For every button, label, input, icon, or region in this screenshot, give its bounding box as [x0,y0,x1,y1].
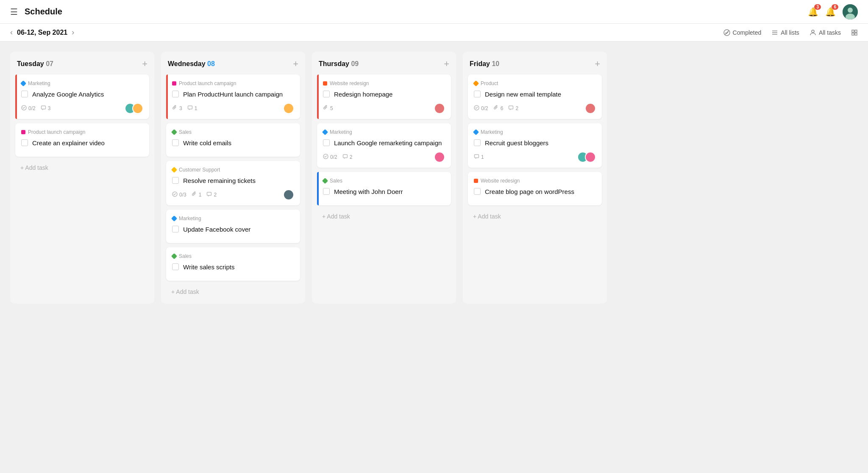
card-category: Product launch campaign [172,80,294,86]
svg-rect-12 [855,33,857,35]
header: ☰ Schedule 🔔 3 🔔 6 [0,0,868,24]
svg-point-1 [848,8,853,13]
card-avatars [585,103,596,114]
category-label: Product launch campaign [179,80,236,86]
card-title-row: Plan ProductHunt launch campaign [172,90,294,99]
column-add-button[interactable]: + [444,58,449,69]
meta-value: 5 [330,105,333,111]
task-card: Marketing Recruit guest bloggers 1 [468,123,602,168]
meta-item: 5 [323,105,333,112]
meta-value: 3 [48,105,51,111]
category-label: Sales [179,253,192,259]
category-label: Sales [179,129,192,135]
all-lists-filter[interactable]: All lists [771,29,799,36]
mini-avatar [434,103,445,114]
card-meta: 0/3 1 2 [172,191,217,198]
task-card: Sales Meeting with John Doerr [317,172,451,205]
card-avatars [434,152,445,163]
card-meta: 3 1 [172,105,197,112]
card-avatars [283,189,294,200]
task-checkbox[interactable] [172,263,179,270]
column-title: Thursday 09 [319,60,359,68]
task-title: Create an explainer video [32,138,105,147]
task-checkbox[interactable] [172,226,179,232]
meta-item: 0/2 [21,105,36,112]
column-title: Tuesday 07 [17,60,53,68]
user-avatar[interactable] [843,4,858,19]
toolbar-filters: Completed All lists All tasks [723,29,858,36]
column-thursday: Thursday 09 + Website redesign Redesign … [312,52,456,304]
add-task-button[interactable]: + Add task [468,210,602,223]
task-checkbox[interactable] [474,91,481,97]
task-checkbox[interactable] [474,188,481,195]
person-icon [810,29,816,36]
card-avatars [434,103,445,114]
column-header: Thursday 09 + [312,52,456,75]
card-avatars [577,152,596,163]
add-task-button[interactable]: + Add task [166,285,300,299]
task-checkbox[interactable] [323,91,330,97]
card-title-row: Write cold emails [172,138,294,147]
notification-bell-1[interactable]: 🔔 3 [808,7,818,17]
task-checkbox[interactable] [474,139,481,146]
mini-avatar [283,103,294,114]
column-add-button[interactable]: + [293,58,298,69]
category-label: Customer Support [179,167,220,173]
grid-view-button[interactable] [851,29,858,36]
category-label: Product [481,80,498,86]
card-title-row: Create blog page on wordPress [474,187,596,196]
prev-date-button[interactable]: ‹ [10,28,13,37]
task-checkbox[interactable] [21,139,28,146]
task-checkbox[interactable] [172,177,179,184]
svg-rect-10 [855,30,857,32]
task-checkbox[interactable] [172,139,179,146]
comment-icon [342,154,348,160]
card-category: Website redesign [474,178,596,184]
comment-icon [474,154,479,160]
day-name: Tuesday [17,60,46,67]
notification-bell-2[interactable]: 🔔 6 [825,7,836,17]
column-header: Wednesday 08 + [161,52,305,75]
category-square-icon [474,179,478,183]
task-title: Recruit guest bloggers [485,138,548,147]
category-square-icon [172,81,176,86]
meta-item: 0/2 [474,105,488,112]
meta-item: 2 [206,191,217,198]
task-card: Product Design new email template 0/2 6 … [468,75,602,119]
column-wednesday: Wednesday 08 + Product launch campaign P… [161,52,305,304]
card-title-row: Update Facebook cover [172,225,294,234]
column-header: Friday 10 + [463,52,607,75]
category-diamond-icon [171,216,177,221]
add-task-button[interactable]: + Add task [317,210,451,223]
task-title: Create blog page on wordPress [485,187,574,196]
task-title: Redesign homepage [334,90,392,99]
completed-filter[interactable]: Completed [723,29,762,36]
card-category: Sales [172,253,294,259]
column-add-button[interactable]: + [142,58,147,69]
grid-icon [851,29,858,36]
category-label: Marketing [330,129,352,135]
meta-value: 2 [515,105,518,111]
svg-rect-19 [343,155,347,158]
task-checkbox[interactable] [323,188,330,195]
next-date-button[interactable]: › [72,28,74,37]
meta-value: 3 [179,105,182,111]
meta-item: 6 [493,105,504,112]
category-diamond-icon [473,129,479,135]
meta-value: 0/2 [28,105,36,111]
task-checkbox[interactable] [21,91,28,97]
card-title-row: Resolve remaining tickets [172,176,294,185]
meta-item: 1 [192,191,202,198]
menu-icon[interactable]: ☰ [10,7,18,17]
column-add-button[interactable]: + [595,58,600,69]
all-lists-label: All lists [781,29,799,36]
add-task-button[interactable]: + Add task [15,161,149,174]
category-label: Marketing [28,80,50,86]
card-title-row: Meeting with John Doerr [323,187,445,196]
app-title: Schedule [25,7,62,17]
task-checkbox[interactable] [323,139,330,146]
task-checkbox[interactable] [172,91,179,97]
svg-rect-11 [852,33,854,35]
all-tasks-filter[interactable]: All tasks [810,29,841,36]
task-title: Write sales scripts [183,263,234,271]
